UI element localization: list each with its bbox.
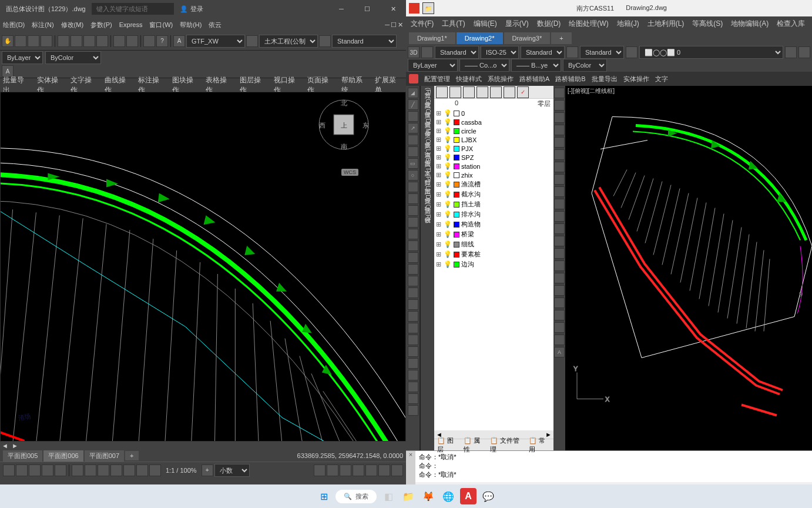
wcs-badge[interactable]: WCS (341, 169, 358, 176)
layer-tool-icon[interactable] (477, 86, 488, 98)
layer-item[interactable]: ⊞💡cassba (434, 118, 553, 126)
menu-item[interactable]: 等高线(S) (692, 19, 723, 29)
tool-icon[interactable] (408, 405, 418, 416)
ribbon-item[interactable]: 文字 (655, 75, 668, 83)
layer-tool-icon[interactable] (436, 86, 448, 98)
menu-item[interactable]: 依云 (209, 21, 222, 29)
doc-close-icon[interactable]: ✕ (398, 21, 403, 29)
menu-item[interactable]: 显示(V) (505, 19, 529, 29)
tool-icon[interactable] (554, 236, 565, 246)
taskview-icon[interactable]: ◧ (380, 488, 397, 504)
std-select3[interactable]: Standard (580, 46, 624, 59)
tool-icon[interactable] (246, 35, 258, 47)
layer-item[interactable]: ⊞💡边沟 (434, 259, 553, 269)
doc-tab-active[interactable]: Drawing2* (457, 32, 503, 44)
close-button[interactable]: ✕ (380, 0, 406, 18)
ribbon-item[interactable]: 系统操作 (488, 75, 514, 83)
minimize-button[interactable]: ─ (328, 0, 354, 18)
color-select[interactable]: ByColor (45, 51, 101, 64)
layer-item[interactable]: ⊞💡排水沟 (434, 209, 553, 219)
prop-icon[interactable] (626, 46, 637, 58)
autocad-icon[interactable]: A (460, 488, 477, 504)
prop-icon[interactable]: 3D (408, 46, 420, 58)
tool-icon[interactable] (28, 35, 39, 47)
tool-icon[interactable] (554, 273, 565, 283)
tool-icon[interactable] (113, 35, 125, 47)
menu-item[interactable]: 文件(F) (411, 19, 434, 29)
tool-icon[interactable] (143, 35, 155, 47)
tool-icon[interactable] (408, 146, 418, 157)
layer-item[interactable]: ⊞💡PJX (434, 144, 553, 153)
lineweight-select[interactable]: —— B...ye (511, 59, 561, 72)
login-icon[interactable]: 👤 (180, 5, 188, 13)
tool-icon[interactable] (408, 323, 418, 333)
units-select[interactable]: 小数 (214, 464, 250, 477)
status-icon[interactable] (72, 464, 83, 476)
tool-icon[interactable] (408, 393, 418, 404)
tool-icon[interactable] (319, 35, 331, 47)
tool-icon[interactable] (71, 35, 82, 47)
menu-item[interactable]: 标注(N) (32, 21, 53, 29)
tool-icon[interactable] (554, 211, 565, 222)
tool-icon[interactable] (408, 111, 418, 122)
layer-select[interactable]: ByLayer (2, 51, 43, 64)
doc-min-icon[interactable]: ─ (385, 21, 390, 29)
tool-icon[interactable] (554, 199, 565, 209)
rect-icon[interactable]: ▭ (408, 158, 418, 169)
standard-select[interactable]: Standard (332, 35, 397, 48)
menu-item[interactable]: 编辑(E) (474, 19, 497, 29)
engineering-select[interactable]: 土木工程(公制) (259, 35, 318, 48)
layer-item[interactable]: ⊞💡SPZ (434, 153, 553, 162)
layer-item[interactable]: ⊞💡构造物 (434, 219, 553, 229)
status-icon[interactable] (353, 464, 364, 476)
tool-icon[interactable] (554, 174, 565, 185)
tool-icon[interactable] (554, 162, 565, 172)
tool-icon[interactable] (408, 346, 418, 357)
add-tab-button[interactable]: + (125, 451, 138, 460)
status-icon[interactable] (98, 464, 109, 476)
taskbar-search[interactable]: 🔍 搜索 (335, 490, 377, 503)
left-scrollbar[interactable]: ◄► (0, 442, 406, 450)
tool-icon[interactable] (126, 35, 138, 47)
layer-tool-icon[interactable] (490, 86, 502, 98)
tool-icon[interactable] (408, 370, 418, 380)
tool-icon[interactable] (408, 252, 418, 263)
tool-icon[interactable] (408, 135, 418, 145)
menu-item[interactable]: 修改(M) (61, 21, 84, 29)
layer-item[interactable]: ⊞💡桥梁 (434, 229, 553, 239)
vmenu-label[interactable]: 符号(F) 建筑(G) 修改(C) 创建(D) 修改(M) 多线(O) 查询(L… (424, 88, 432, 221)
layer-item[interactable]: ⊞💡挡土墙 (434, 199, 553, 209)
menu-item[interactable]: 土地利用(L) (647, 19, 685, 29)
status-icon[interactable] (314, 464, 326, 476)
status-icon[interactable] (29, 464, 41, 476)
status-icon[interactable] (55, 464, 66, 476)
tool-icon[interactable]: ◢ (408, 88, 418, 98)
layout-tab[interactable]: 平面图007 (85, 450, 124, 462)
ribbon-item[interactable]: 配置管理 (424, 75, 450, 83)
start-button[interactable]: ⊞ (316, 488, 332, 504)
status-icon[interactable] (327, 464, 338, 476)
tool-icon[interactable] (554, 125, 565, 135)
tool-icon[interactable] (554, 260, 565, 271)
tool-icon[interactable] (408, 382, 418, 392)
tool-icon[interactable] (41, 35, 52, 47)
help-icon[interactable]: ? (156, 35, 168, 47)
doc-tab[interactable]: Drawing3* (504, 32, 551, 44)
status-icon[interactable] (391, 464, 403, 476)
left-drawing-canvas[interactable]: 渣场 上 北 南 东 西 WCS (0, 92, 406, 442)
status-icon[interactable] (3, 464, 15, 476)
tool-icon[interactable] (408, 276, 418, 286)
login-label[interactable]: 登录 (190, 5, 203, 14)
layer-item[interactable]: ⊞💡细线 (434, 239, 553, 249)
menu-item[interactable]: 参数(P) (90, 21, 112, 29)
prop-icon[interactable] (421, 46, 433, 58)
std-select[interactable]: Standard (435, 46, 479, 59)
tool-icon[interactable] (554, 100, 565, 111)
prop-icon[interactable] (798, 46, 810, 58)
circle-icon[interactable]: ○ (408, 170, 418, 181)
ribbon-item[interactable]: 快捷样式 (456, 75, 482, 83)
layer-item[interactable]: ⊞💡circle (434, 126, 553, 135)
layout-tab[interactable]: 平面图006 (43, 450, 83, 462)
linetype-select[interactable]: —— Co...ou (459, 59, 509, 72)
explorer-icon[interactable]: 📁 (400, 488, 417, 504)
